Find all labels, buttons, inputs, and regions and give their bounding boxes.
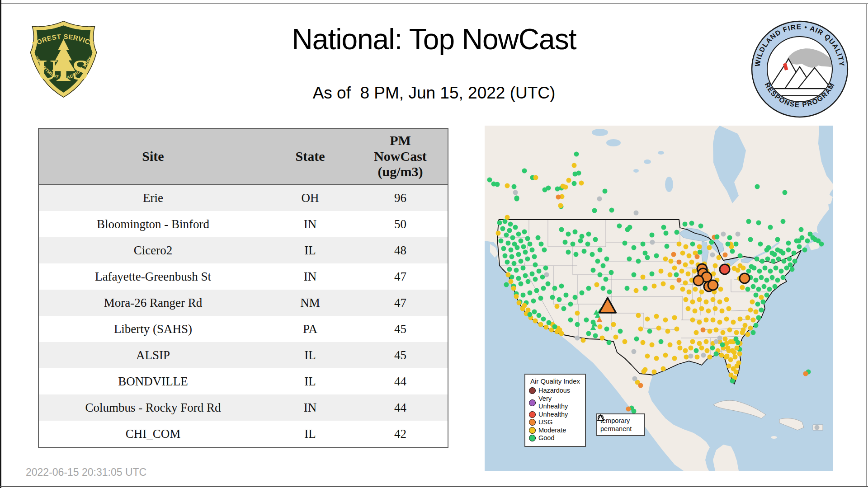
aqi-legend-items: HazardousVery UnhealthyUnhealthyUSGModer…	[529, 387, 581, 442]
table-cell-state: IL	[267, 421, 353, 447]
table-cell-site: CHI_COM	[38, 421, 267, 447]
table-cell-value: 45	[353, 316, 448, 342]
lake-ca-3	[633, 169, 639, 173]
table-row: ALSIPIL45	[38, 342, 448, 368]
table-cell-site: Bloomington - Binford	[38, 211, 267, 237]
window-frame-top	[1, 3, 868, 4]
table-row: Columbus - Rocky Ford RdIN44	[38, 394, 448, 421]
table-row: Cicero2IL48	[38, 237, 448, 263]
nowcast-table-container: Site State PM NowCast (ug/m3) ErieOH96Bl…	[38, 128, 448, 448]
table-cell-value: 45	[353, 342, 448, 368]
aqi-legend-label: Moderate	[538, 427, 566, 435]
table-row: CHI_COMIL42	[38, 421, 448, 447]
table-cell-value: 47	[353, 263, 448, 290]
aqi-legend-item: Unhealthy	[529, 411, 581, 419]
wfaqrp-logo: WILDLAND FIRE • AIR QUALITY RESPONSE PRO…	[750, 20, 849, 118]
table-row: ErieOH96	[38, 184, 448, 211]
aqi-legend-label: Unhealthy	[538, 411, 568, 419]
permanent-label: permanent	[600, 425, 632, 433]
table-row: BONDVILLEIL44	[38, 368, 448, 394]
table-cell-state: IL	[267, 342, 353, 368]
window-frame-left	[0, 0, 1, 488]
table-cell-value: 50	[353, 211, 448, 237]
table-cell-value: 44	[353, 394, 448, 421]
aqi-legend: Air Quality Index HazardousVery Unhealth…	[524, 374, 586, 447]
aqi-legend-item: USG	[529, 418, 581, 427]
aqi-legend-item: Hazardous	[529, 387, 581, 395]
island-jamaica	[771, 436, 777, 439]
aqi-legend-title: Air Quality Index	[529, 377, 581, 385]
aqi-color-dot	[529, 399, 536, 406]
table-body: ErieOH96Bloomington - BinfordIN50Cicero2…	[38, 184, 448, 447]
table-cell-value: 44	[353, 368, 448, 394]
lake-ca-1	[644, 160, 651, 164]
aqi-legend-label: Hazardous	[538, 387, 570, 395]
table-cell-site: Lafayette-Greenbush St	[38, 263, 267, 290]
window-frame-right	[866, 4, 867, 486]
table-cell-state: IN	[267, 394, 353, 421]
table-cell-state: IL	[267, 237, 353, 263]
table-cell-site: ALSIP	[38, 342, 267, 368]
page-subtitle: As of 8 PM, Jun 15, 2022 (UTC)	[0, 84, 868, 103]
table-cell-site: Liberty (SAHS)	[38, 316, 267, 342]
table-cell-state: IN	[267, 263, 353, 290]
legend-row-temporary: temporary	[600, 417, 641, 425]
window-frame-bottom	[0, 486, 868, 487]
table-cell-site: Columbus - Rocky Ford Rd	[38, 394, 267, 421]
table-cell-state: IN	[267, 211, 353, 237]
col-header-site: Site	[38, 128, 267, 184]
aqi-legend-label: USG	[538, 418, 552, 427]
table-cell-site: Cicero2	[38, 237, 267, 263]
fs-logo-s: S	[72, 54, 89, 86]
page-title: National: Top NowCast	[0, 23, 868, 56]
col-header-state: State	[267, 128, 353, 184]
table-row: Bloomington - BinfordIN50	[38, 211, 448, 237]
table-cell-site: Erie	[38, 184, 267, 211]
aqi-map: Air Quality Index HazardousVery Unhealth…	[485, 126, 833, 471]
table-cell-value: 47	[353, 290, 448, 316]
lake-winnipeg	[665, 177, 673, 192]
table-row: Mora-26 Ranger RdNM47	[38, 290, 448, 316]
legend-row-permanent: permanent	[600, 425, 641, 433]
table-header-row: Site State PM NowCast (ug/m3)	[38, 128, 448, 184]
generation-timestamp: 2022-06-15 20:31:05 UTC	[26, 466, 146, 479]
permanent-triangle-icon	[597, 414, 604, 421]
table-row: Liberty (SAHS)PA45	[38, 316, 448, 342]
aqi-color-dot	[529, 387, 536, 394]
table-cell-state: IL	[267, 368, 353, 394]
table-row: Lafayette-Greenbush StIN47	[38, 263, 448, 290]
aqi-legend-label: Very Unhealthy	[538, 395, 581, 411]
aqi-color-dot	[529, 427, 536, 434]
marker-type-legend: temporary permanent	[596, 413, 645, 436]
table-cell-site: BONDVILLE	[38, 368, 267, 394]
col-header-pm-nowcast: PM NowCast (ug/m3)	[353, 128, 448, 184]
table-cell-value: 96	[353, 184, 448, 211]
table-cell-state: NM	[267, 290, 353, 316]
lake-ca-2	[658, 151, 664, 155]
table-cell-site: Mora-26 Ranger Rd	[38, 290, 267, 316]
temporary-label: temporary	[600, 417, 630, 425]
aqi-legend-label: Good	[538, 434, 554, 442]
table-cell-state: OH	[267, 184, 353, 211]
aqi-legend-item: Good	[529, 434, 581, 442]
aqi-legend-item: Moderate	[529, 427, 581, 435]
aqi-legend-item: Very Unhealthy	[529, 395, 581, 411]
table-cell-value: 42	[353, 421, 448, 447]
table-cell-value: 48	[353, 237, 448, 263]
table-cell-state: PA	[267, 316, 353, 342]
aqi-color-dot	[529, 411, 536, 418]
lake-great-slave	[606, 139, 621, 146]
aqi-color-dot	[529, 419, 536, 426]
nowcast-table: Site State PM NowCast (ug/m3) ErieOH96Bl…	[38, 128, 448, 448]
aqi-color-dot	[529, 435, 536, 441]
lake-great-bear	[592, 129, 608, 136]
